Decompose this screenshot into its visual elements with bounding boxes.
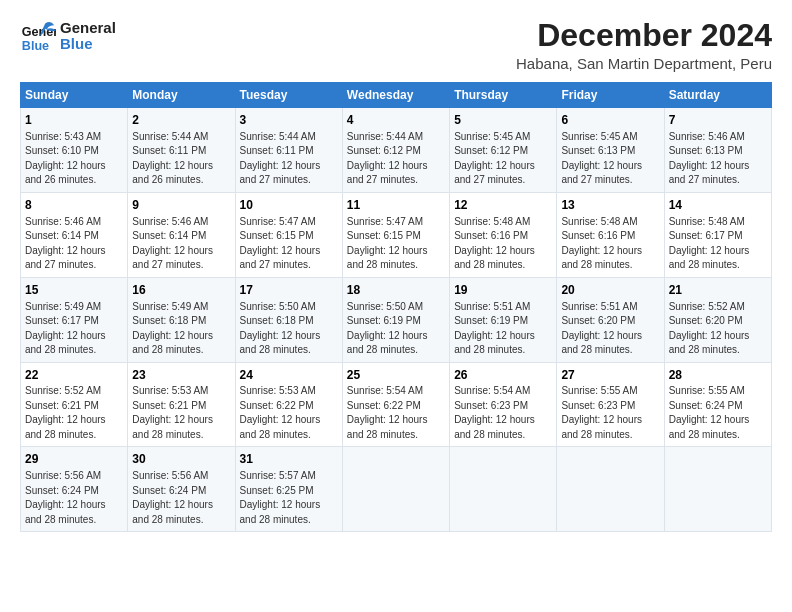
day-number: 30 (132, 451, 230, 468)
calendar-cell: 26Sunrise: 5:54 AMSunset: 6:23 PMDayligh… (450, 362, 557, 447)
day-number: 31 (240, 451, 338, 468)
day-number: 6 (561, 112, 659, 129)
calendar-cell (342, 447, 449, 532)
day-info: Sunrise: 5:57 AMSunset: 6:25 PMDaylight:… (240, 469, 338, 527)
calendar-cell: 6Sunrise: 5:45 AMSunset: 6:13 PMDaylight… (557, 108, 664, 193)
logo-icon: General Blue (20, 18, 56, 54)
calendar-cell: 31Sunrise: 5:57 AMSunset: 6:25 PMDayligh… (235, 447, 342, 532)
page: General Blue General Blue December 2024 … (0, 0, 792, 542)
day-info: Sunrise: 5:51 AMSunset: 6:19 PMDaylight:… (454, 300, 552, 358)
day-number: 27 (561, 367, 659, 384)
day-info: Sunrise: 5:44 AMSunset: 6:12 PMDaylight:… (347, 130, 445, 188)
calendar-cell: 20Sunrise: 5:51 AMSunset: 6:20 PMDayligh… (557, 277, 664, 362)
day-number: 16 (132, 282, 230, 299)
day-number: 2 (132, 112, 230, 129)
svg-text:General: General (22, 25, 56, 39)
day-number: 26 (454, 367, 552, 384)
day-info: Sunrise: 5:43 AMSunset: 6:10 PMDaylight:… (25, 130, 123, 188)
calendar-cell: 27Sunrise: 5:55 AMSunset: 6:23 PMDayligh… (557, 362, 664, 447)
day-info: Sunrise: 5:55 AMSunset: 6:24 PMDaylight:… (669, 384, 767, 442)
day-info: Sunrise: 5:56 AMSunset: 6:24 PMDaylight:… (25, 469, 123, 527)
day-number: 10 (240, 197, 338, 214)
calendar-cell: 3Sunrise: 5:44 AMSunset: 6:11 PMDaylight… (235, 108, 342, 193)
header-row: SundayMondayTuesdayWednesdayThursdayFrid… (21, 83, 772, 108)
calendar-cell: 1Sunrise: 5:43 AMSunset: 6:10 PMDaylight… (21, 108, 128, 193)
day-info: Sunrise: 5:49 AMSunset: 6:18 PMDaylight:… (132, 300, 230, 358)
week-row-2: 8Sunrise: 5:46 AMSunset: 6:14 PMDaylight… (21, 192, 772, 277)
day-number: 12 (454, 197, 552, 214)
col-header-monday: Monday (128, 83, 235, 108)
week-row-1: 1Sunrise: 5:43 AMSunset: 6:10 PMDaylight… (21, 108, 772, 193)
day-number: 18 (347, 282, 445, 299)
day-info: Sunrise: 5:52 AMSunset: 6:21 PMDaylight:… (25, 384, 123, 442)
day-info: Sunrise: 5:56 AMSunset: 6:24 PMDaylight:… (132, 469, 230, 527)
calendar-cell: 21Sunrise: 5:52 AMSunset: 6:20 PMDayligh… (664, 277, 771, 362)
day-info: Sunrise: 5:49 AMSunset: 6:17 PMDaylight:… (25, 300, 123, 358)
calendar-cell: 8Sunrise: 5:46 AMSunset: 6:14 PMDaylight… (21, 192, 128, 277)
calendar-cell: 24Sunrise: 5:53 AMSunset: 6:22 PMDayligh… (235, 362, 342, 447)
calendar-cell: 17Sunrise: 5:50 AMSunset: 6:18 PMDayligh… (235, 277, 342, 362)
day-number: 19 (454, 282, 552, 299)
day-info: Sunrise: 5:50 AMSunset: 6:18 PMDaylight:… (240, 300, 338, 358)
day-number: 3 (240, 112, 338, 129)
day-info: Sunrise: 5:54 AMSunset: 6:23 PMDaylight:… (454, 384, 552, 442)
day-info: Sunrise: 5:45 AMSunset: 6:13 PMDaylight:… (561, 130, 659, 188)
day-info: Sunrise: 5:46 AMSunset: 6:14 PMDaylight:… (25, 215, 123, 273)
day-number: 4 (347, 112, 445, 129)
col-header-thursday: Thursday (450, 83, 557, 108)
calendar-cell: 16Sunrise: 5:49 AMSunset: 6:18 PMDayligh… (128, 277, 235, 362)
calendar-cell: 29Sunrise: 5:56 AMSunset: 6:24 PMDayligh… (21, 447, 128, 532)
title-block: December 2024 Habana, San Martin Departm… (516, 18, 772, 72)
day-number: 28 (669, 367, 767, 384)
day-info: Sunrise: 5:48 AMSunset: 6:16 PMDaylight:… (454, 215, 552, 273)
logo: General Blue General Blue (20, 18, 116, 54)
day-number: 25 (347, 367, 445, 384)
logo-text: General Blue (60, 20, 116, 53)
calendar-cell: 12Sunrise: 5:48 AMSunset: 6:16 PMDayligh… (450, 192, 557, 277)
calendar-cell: 25Sunrise: 5:54 AMSunset: 6:22 PMDayligh… (342, 362, 449, 447)
day-number: 5 (454, 112, 552, 129)
day-info: Sunrise: 5:46 AMSunset: 6:13 PMDaylight:… (669, 130, 767, 188)
col-header-friday: Friday (557, 83, 664, 108)
svg-text:Blue: Blue (22, 39, 49, 53)
day-info: Sunrise: 5:45 AMSunset: 6:12 PMDaylight:… (454, 130, 552, 188)
day-number: 20 (561, 282, 659, 299)
calendar-cell: 13Sunrise: 5:48 AMSunset: 6:16 PMDayligh… (557, 192, 664, 277)
day-number: 14 (669, 197, 767, 214)
calendar-cell: 30Sunrise: 5:56 AMSunset: 6:24 PMDayligh… (128, 447, 235, 532)
col-header-saturday: Saturday (664, 83, 771, 108)
calendar-cell: 10Sunrise: 5:47 AMSunset: 6:15 PMDayligh… (235, 192, 342, 277)
day-number: 7 (669, 112, 767, 129)
col-header-tuesday: Tuesday (235, 83, 342, 108)
day-number: 17 (240, 282, 338, 299)
day-number: 21 (669, 282, 767, 299)
calendar-cell: 28Sunrise: 5:55 AMSunset: 6:24 PMDayligh… (664, 362, 771, 447)
col-header-sunday: Sunday (21, 83, 128, 108)
calendar-table: SundayMondayTuesdayWednesdayThursdayFrid… (20, 82, 772, 532)
calendar-cell: 9Sunrise: 5:46 AMSunset: 6:14 PMDaylight… (128, 192, 235, 277)
day-info: Sunrise: 5:44 AMSunset: 6:11 PMDaylight:… (132, 130, 230, 188)
calendar-cell: 23Sunrise: 5:53 AMSunset: 6:21 PMDayligh… (128, 362, 235, 447)
calendar-cell: 14Sunrise: 5:48 AMSunset: 6:17 PMDayligh… (664, 192, 771, 277)
week-row-4: 22Sunrise: 5:52 AMSunset: 6:21 PMDayligh… (21, 362, 772, 447)
calendar-cell (664, 447, 771, 532)
calendar-cell: 22Sunrise: 5:52 AMSunset: 6:21 PMDayligh… (21, 362, 128, 447)
calendar-cell: 4Sunrise: 5:44 AMSunset: 6:12 PMDaylight… (342, 108, 449, 193)
day-info: Sunrise: 5:55 AMSunset: 6:23 PMDaylight:… (561, 384, 659, 442)
week-row-5: 29Sunrise: 5:56 AMSunset: 6:24 PMDayligh… (21, 447, 772, 532)
day-info: Sunrise: 5:52 AMSunset: 6:20 PMDaylight:… (669, 300, 767, 358)
day-number: 23 (132, 367, 230, 384)
subtitle: Habana, San Martin Department, Peru (516, 55, 772, 72)
day-number: 13 (561, 197, 659, 214)
week-row-3: 15Sunrise: 5:49 AMSunset: 6:17 PMDayligh… (21, 277, 772, 362)
day-info: Sunrise: 5:54 AMSunset: 6:22 PMDaylight:… (347, 384, 445, 442)
day-info: Sunrise: 5:48 AMSunset: 6:17 PMDaylight:… (669, 215, 767, 273)
calendar-cell (450, 447, 557, 532)
day-info: Sunrise: 5:47 AMSunset: 6:15 PMDaylight:… (240, 215, 338, 273)
calendar-cell: 7Sunrise: 5:46 AMSunset: 6:13 PMDaylight… (664, 108, 771, 193)
col-header-wednesday: Wednesday (342, 83, 449, 108)
day-info: Sunrise: 5:46 AMSunset: 6:14 PMDaylight:… (132, 215, 230, 273)
day-info: Sunrise: 5:44 AMSunset: 6:11 PMDaylight:… (240, 130, 338, 188)
day-number: 8 (25, 197, 123, 214)
calendar-cell: 5Sunrise: 5:45 AMSunset: 6:12 PMDaylight… (450, 108, 557, 193)
